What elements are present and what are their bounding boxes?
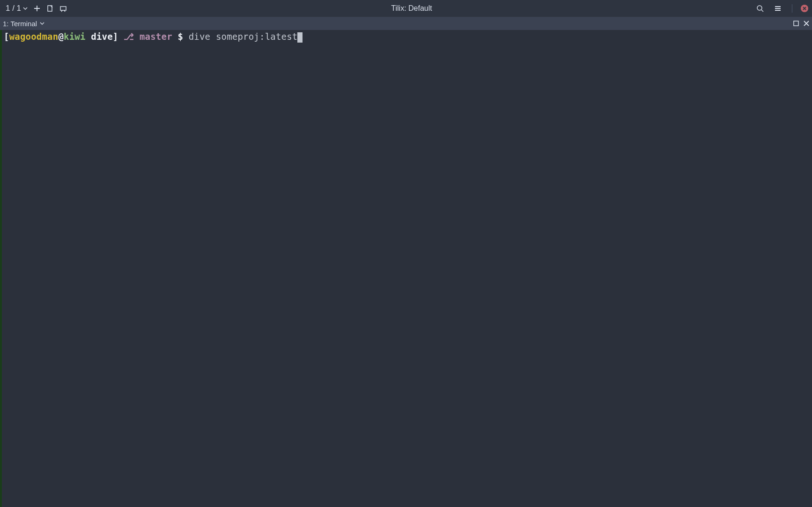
session-counter: 1 / 1	[6, 4, 21, 13]
terminal-tab-label: 1: Terminal	[3, 20, 37, 28]
svg-rect-3	[794, 21, 798, 26]
session-switcher[interactable]: 1 / 1	[4, 4, 30, 13]
chevron-down-icon	[23, 6, 28, 11]
prompt-bracket-open: [	[4, 31, 9, 42]
terminal-tab[interactable]: 1: Terminal	[3, 20, 44, 28]
divider	[792, 4, 792, 13]
terminal-tabbar: 1: Terminal	[0, 17, 812, 30]
prompt-folder: dive	[91, 31, 113, 42]
terminal-cursor	[297, 32, 303, 43]
titlebar-left-group: 1 / 1	[4, 3, 69, 14]
close-icon	[803, 7, 806, 10]
terminal-viewport[interactable]: [wagoodman@kiwi dive] ⎇ master $ dive so…	[0, 30, 812, 507]
add-terminal-button[interactable]	[31, 3, 43, 14]
prompt-at: @	[58, 31, 64, 42]
search-button[interactable]	[754, 3, 766, 14]
maximize-pane-button[interactable]	[793, 21, 799, 26]
svg-point-2	[757, 6, 762, 10]
close-window-button[interactable]	[801, 5, 808, 12]
prompt-host: kiwi	[64, 31, 86, 42]
git-branch-name: master	[140, 31, 172, 42]
hamburger-icon	[774, 5, 782, 12]
command-input: dive someproj:latest	[189, 31, 298, 42]
sync-input-button[interactable]	[58, 3, 69, 14]
prompt-bracket-close: ]	[113, 31, 118, 42]
prompt-dollar: $	[177, 31, 183, 42]
prompt-space	[86, 31, 91, 42]
svg-rect-1	[60, 7, 66, 10]
search-icon	[756, 5, 764, 12]
close-pane-button[interactable]	[804, 21, 809, 26]
titlebar: 1 / 1 Tilix: Default	[0, 0, 812, 17]
chevron-down-icon	[40, 21, 44, 26]
split-terminal-button[interactable]	[44, 3, 56, 14]
prompt-line: [wagoodman@kiwi dive] ⎇ master $ dive so…	[4, 31, 810, 43]
prompt-user: wagoodman	[9, 31, 59, 42]
tab-controls	[793, 21, 809, 26]
menu-button[interactable]	[772, 3, 783, 14]
titlebar-right-group	[754, 3, 808, 14]
window-title: Tilix: Default	[69, 4, 754, 13]
git-branch-icon: ⎇	[124, 31, 134, 42]
